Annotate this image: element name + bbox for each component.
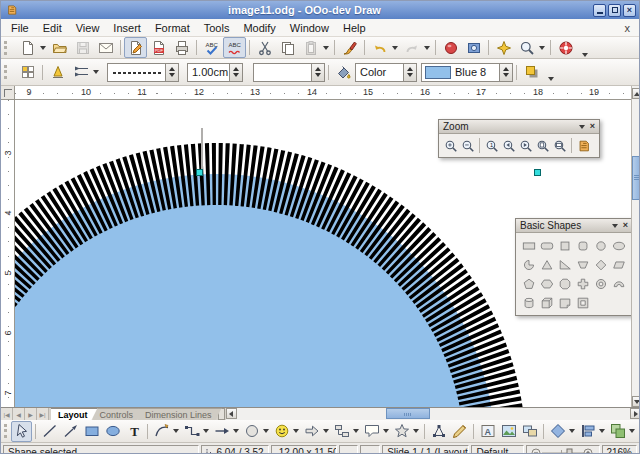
selection-handle[interactable]: [534, 169, 541, 176]
symbol-shapes-button[interactable]: [271, 421, 292, 442]
menu-format[interactable]: Format: [148, 21, 197, 35]
gallery-button[interactable]: [519, 421, 540, 442]
ellipse-tool-button[interactable]: [102, 421, 123, 442]
connector-tool-button[interactable]: [181, 421, 202, 442]
arrange-dropdown-icon[interactable]: [629, 429, 635, 433]
zoom-button[interactable]: [515, 37, 538, 58]
zoom-slider[interactable]: [526, 445, 600, 454]
shape-cross[interactable]: [576, 277, 590, 291]
undo-button[interactable]: [368, 37, 391, 58]
scroll-up-button[interactable]: [632, 88, 640, 99]
zoom-percent[interactable]: 216%: [602, 445, 637, 454]
line-width-spinner[interactable]: [229, 64, 242, 81]
tab-dimension-lines[interactable]: Dimension Lines: [138, 408, 222, 420]
edit-file-button[interactable]: [124, 37, 147, 58]
menu-insert[interactable]: Insert: [106, 21, 148, 35]
document-as-email-button[interactable]: [94, 37, 117, 58]
toolbar-grip[interactable]: [4, 41, 12, 55]
zoom-slider-control[interactable]: [531, 447, 593, 454]
cut-button[interactable]: [253, 37, 276, 58]
shape-isosceles-triangle[interactable]: [540, 258, 554, 272]
rotate-dropdown-icon[interactable]: [569, 429, 575, 433]
toolbar-overflow-button[interactable]: [578, 39, 593, 57]
shape-circle[interactable]: [594, 239, 608, 253]
scroll-right-button[interactable]: [630, 408, 640, 419]
dashed-circle-shape[interactable]: [15, 174, 495, 407]
close-button[interactable]: ×: [623, 4, 636, 17]
menu-modify[interactable]: Modify: [236, 21, 282, 35]
from-file-button[interactable]: [498, 421, 519, 442]
stars-button[interactable]: [391, 421, 412, 442]
new-dropdown-icon[interactable]: [40, 46, 46, 50]
alignment-dropdown-icon[interactable]: [599, 429, 605, 433]
fill-style-select[interactable]: Color: [355, 63, 417, 82]
shape-trapezoid[interactable]: [576, 258, 590, 272]
next-slide-button[interactable]: ▶: [25, 408, 37, 420]
shapes-palette-titlebar[interactable]: Basic Shapes ×: [516, 219, 631, 233]
edit-points-button[interactable]: [428, 421, 449, 442]
vertical-scroll-thumb[interactable]: [632, 156, 640, 200]
minimize-button[interactable]: [593, 4, 606, 17]
shape-rounded-square[interactable]: [576, 239, 590, 253]
zoom-previous-button[interactable]: [500, 136, 517, 155]
new-document-button[interactable]: [16, 37, 39, 58]
glue-points-button[interactable]: [449, 421, 470, 442]
toolbar-grip[interactable]: [4, 424, 7, 438]
redo-dropdown-icon[interactable]: [424, 46, 430, 50]
format-paintbrush-button[interactable]: [338, 37, 361, 58]
shape-ring[interactable]: [594, 277, 608, 291]
scroll-left-button[interactable]: [226, 408, 237, 419]
vertical-scrollbar[interactable]: [631, 86, 640, 407]
save-button[interactable]: [71, 37, 94, 58]
line-color-select[interactable]: [253, 63, 325, 82]
redo-button[interactable]: [400, 37, 423, 58]
arrow-style-button[interactable]: [69, 62, 92, 83]
shape-regular-pentagon[interactable]: [522, 277, 536, 291]
lines-arrows-dropdown-icon[interactable]: [233, 429, 239, 433]
previous-slide-button[interactable]: ◀: [13, 408, 25, 420]
stars-dropdown-icon[interactable]: [413, 429, 419, 433]
maximize-button[interactable]: [608, 4, 621, 17]
title-bar[interactable]: image11.odg - OOo-dev Draw ×: [1, 1, 639, 19]
line-style-spinner[interactable]: [165, 64, 178, 81]
navigator-button[interactable]: [462, 37, 485, 58]
shape-frame[interactable]: [576, 296, 590, 310]
display-grid-button[interactable]: [492, 37, 515, 58]
shape-circle-pie[interactable]: [522, 258, 536, 272]
text-tool-button[interactable]: [123, 421, 144, 442]
lines-arrows-button[interactable]: [211, 421, 232, 442]
open-button[interactable]: [48, 37, 71, 58]
export-pdf-button[interactable]: [147, 37, 170, 58]
shape-hexagon[interactable]: [540, 277, 554, 291]
shape-parallelogram[interactable]: [612, 258, 626, 272]
vertical-ruler[interactable]: 3 4 5 6 7: [1, 100, 15, 407]
shape-ellipse[interactable]: [612, 239, 626, 253]
shape-cube[interactable]: [540, 296, 554, 310]
object-zoom-button[interactable]: [575, 136, 592, 155]
shape-diamond[interactable]: [594, 258, 608, 272]
shape-block-arc[interactable]: [612, 277, 626, 291]
styles-button[interactable]: [16, 62, 39, 83]
arrow-tool-button[interactable]: [60, 421, 81, 442]
palette-menu-icon[interactable]: [579, 125, 585, 129]
entire-page-button[interactable]: [534, 136, 551, 155]
page-style-cell[interactable]: Default: [471, 445, 524, 454]
undo-dropdown-icon[interactable]: [392, 46, 398, 50]
curve-tool-button[interactable]: [151, 421, 172, 442]
fill-style-spinner[interactable]: [403, 64, 416, 81]
fontwork-button[interactable]: [477, 421, 498, 442]
palette-close-icon[interactable]: ×: [623, 221, 628, 230]
scroll-down-button[interactable]: [632, 396, 640, 407]
menu-view[interactable]: View: [69, 21, 107, 35]
selection-handle[interactable]: [196, 169, 203, 176]
menu-file[interactable]: File: [4, 21, 36, 35]
zoom-palette-titlebar[interactable]: Zoom ×: [439, 120, 599, 134]
shape-square[interactable]: [558, 239, 572, 253]
first-slide-button[interactable]: |◀: [1, 408, 13, 420]
horizontal-ruler[interactable]: 9 10 11 12 13 14 15 16 17 18 19: [15, 86, 631, 100]
palette-close-icon[interactable]: ×: [590, 122, 595, 131]
document-close-button[interactable]: x: [616, 22, 640, 34]
shadow-button[interactable]: [520, 62, 543, 83]
drawing-canvas[interactable]: Zoom × Basic: [15, 100, 631, 407]
print-button[interactable]: [170, 37, 193, 58]
